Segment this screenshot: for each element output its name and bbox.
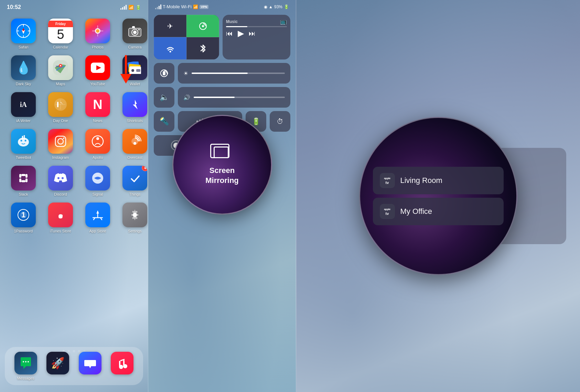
maps-icon[interactable]: 280 <box>48 55 73 80</box>
cc-nav-icon: ▲ <box>269 4 273 9</box>
next-btn[interactable]: ⏭ <box>249 30 256 37</box>
status-bar: 10:52 📶 🔋 <box>0 0 148 12</box>
app-instagram[interactable]: Instagram <box>45 129 76 160</box>
app-camera[interactable]: Camera <box>120 19 148 49</box>
discord-icon[interactable] <box>48 166 73 190</box>
svg-rect-47 <box>21 174 25 176</box>
app-onepassword[interactable]: 1 1Password <box>8 203 39 233</box>
app-maps[interactable]: 280 Maps <box>45 55 76 86</box>
app-darksky[interactable]: 💧 Dark Sky <box>8 55 39 86</box>
iawriter-icon[interactable]: iA <box>11 92 36 117</box>
appstore-icon[interactable] <box>85 203 110 227</box>
red-arrow <box>120 55 131 84</box>
airplay-living-room[interactable]: apple tv Living Room <box>373 167 504 194</box>
itunesstore-icon[interactable] <box>48 203 73 227</box>
settings-icon[interactable] <box>122 203 147 227</box>
shortcuts-icon[interactable] <box>122 92 147 117</box>
app-calendar[interactable]: Friday 5 Calendar <box>45 19 76 49</box>
dock-rocket[interactable]: 🚀 <box>46 352 69 380</box>
dayone-icon[interactable] <box>48 92 73 117</box>
news-icon[interactable]: N <box>85 92 110 117</box>
app-things[interactable]: 4 Things <box>120 166 148 196</box>
airplay-btn[interactable]: 📺 <box>280 18 287 25</box>
play-btn[interactable]: ▶ <box>238 29 244 38</box>
svg-rect-42 <box>19 178 21 182</box>
bluetooth-btn[interactable] <box>186 37 219 59</box>
app-apollo[interactable]: Apollo <box>83 129 113 160</box>
battery-icon: 🔋 <box>136 5 141 10</box>
app-discord[interactable]: Discord <box>45 166 76 196</box>
app-overcast[interactable]: Overcast <box>120 129 148 160</box>
apollo-icon[interactable] <box>85 129 110 154</box>
flashlight-btn[interactable]: 🔦 <box>154 111 174 132</box>
volume-icon: 🔈 <box>160 93 169 102</box>
darksky-icon[interactable]: 💧 <box>11 55 36 80</box>
svg-text:1: 1 <box>21 210 25 219</box>
things-icon[interactable]: 4 <box>122 166 147 190</box>
app-tweetbot[interactable]: Tweetbot <box>8 129 39 160</box>
safari-icon[interactable] <box>11 19 36 43</box>
tweetbot-icon[interactable] <box>11 129 36 154</box>
svg-point-39 <box>96 137 99 140</box>
airplay-my-office[interactable]: apple tv My Office <box>373 198 504 225</box>
brightness-bar[interactable] <box>192 73 285 74</box>
battery-saver-icon: 🔋 <box>252 117 260 126</box>
svg-rect-46 <box>25 174 28 178</box>
cc-wifi-icon: 📶 <box>193 4 198 9</box>
svg-point-67 <box>202 25 204 27</box>
cc-row-1: ✈ <box>154 15 290 59</box>
prev-btn[interactable]: ⏮ <box>226 30 233 37</box>
rotation-lock-btn[interactable] <box>154 63 174 84</box>
volume-mute-btn[interactable]: 🔈 <box>154 87 174 108</box>
onepassword-icon[interactable]: 1 <box>11 203 36 227</box>
slack-icon[interactable] <box>11 166 36 190</box>
app-itunesstore[interactable]: iTunes Store <box>45 203 76 233</box>
wifi-btn[interactable] <box>154 37 186 59</box>
dock-spark[interactable] <box>79 352 101 380</box>
mirroring-text: ScreenMirroring <box>205 166 239 185</box>
svg-rect-48 <box>21 180 25 182</box>
rocket-icon[interactable]: 🚀 <box>46 352 69 374</box>
airplane-mode-btn[interactable]: ✈ <box>154 15 186 37</box>
messages-icon[interactable] <box>14 352 37 374</box>
volume-slider[interactable]: 🔊 <box>178 87 290 108</box>
app-shortcuts[interactable]: Shortcuts <box>120 92 148 123</box>
spark-icon[interactable] <box>79 352 101 374</box>
app-dayone[interactable]: Day One <box>45 92 76 123</box>
things-label: Things <box>129 192 140 196</box>
camera-icon[interactable] <box>122 19 147 43</box>
youtube-icon[interactable] <box>85 55 110 80</box>
dock-music[interactable] <box>111 352 133 380</box>
cellular-btn[interactable] <box>186 15 219 37</box>
app-appstore[interactable]: App Store <box>83 203 113 233</box>
shortcuts-label: Shortcuts <box>127 119 143 123</box>
signal-label: Signal <box>93 192 103 196</box>
overcast-icon[interactable] <box>122 129 147 154</box>
app-iawriter[interactable]: iA iA Writer <box>8 92 39 123</box>
timer-btn[interactable]: ⏱ <box>270 111 290 132</box>
svg-rect-45 <box>25 178 28 182</box>
instagram-icon[interactable] <box>48 129 73 154</box>
itunesstore-label: iTunes Store <box>50 229 71 233</box>
dock-messages[interactable]: Messages <box>14 352 37 380</box>
music-icon[interactable] <box>111 352 133 374</box>
svg-point-34 <box>24 135 25 137</box>
volume-bar[interactable] <box>194 97 285 98</box>
maps-label: Maps <box>56 82 65 86</box>
svg-point-50 <box>62 177 64 179</box>
arrow-head <box>120 74 131 84</box>
app-safari[interactable]: Safari <box>8 19 39 49</box>
app-settings[interactable]: Settings <box>120 203 148 233</box>
app-youtube[interactable]: YouTube <box>83 55 113 86</box>
app-signal[interactable]: Signal <box>83 166 113 196</box>
calendar-icon[interactable]: Friday 5 <box>48 19 73 43</box>
cc-row-3: 🔈 🔊 <box>154 87 290 108</box>
brightness-slider[interactable]: ☀ <box>178 63 290 84</box>
app-photos[interactable]: Photos <box>83 19 113 49</box>
signal-icon-app[interactable] <box>85 166 110 190</box>
app-slack[interactable]: Slack <box>8 166 39 196</box>
app-news[interactable]: N News <box>83 92 113 123</box>
photos-icon[interactable] <box>85 19 110 43</box>
camera-label: Camera <box>128 45 141 49</box>
svg-point-49 <box>57 177 60 179</box>
